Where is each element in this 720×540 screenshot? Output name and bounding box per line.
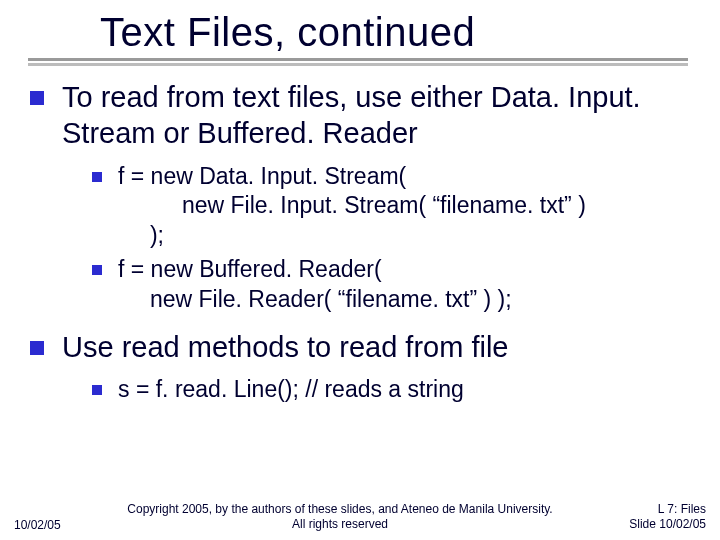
bullet-level1: Use read methods to read from file	[30, 329, 690, 365]
bullet-level2: s = f. read. Line(); // reads a string	[92, 375, 690, 405]
bullet-level2: f = new Data. Input. Stream( new File. I…	[92, 162, 690, 252]
title-area: Text Files, continued	[0, 0, 720, 61]
footer-lecture-label: L 7: Files	[556, 502, 706, 517]
square-bullet-icon	[92, 172, 102, 182]
square-bullet-icon	[92, 265, 102, 275]
bullet-text: f = new Buffered. Reader( new File. Read…	[118, 255, 512, 315]
bullet-text: s = f. read. Line(); // reads a string	[118, 375, 464, 405]
bullet-text: f = new Data. Input. Stream( new File. I…	[118, 162, 586, 252]
footer: 10/02/05 Copyright 2005, by the authors …	[0, 502, 720, 532]
bullet-text: Use read methods to read from file	[62, 329, 508, 365]
footer-slide-label: Slide 10/02/05	[556, 517, 706, 532]
slide-title: Text Files, continued	[100, 10, 720, 55]
square-bullet-icon	[30, 91, 44, 105]
title-underline	[28, 58, 688, 61]
footer-copyright: Copyright 2005, by the authors of these …	[124, 502, 556, 532]
bullet-text: To read from text files, use either Data…	[62, 79, 690, 152]
footer-date: 10/02/05	[0, 518, 124, 532]
sub-bullet-group: f = new Data. Input. Stream( new File. I…	[92, 162, 690, 315]
bullet-level1: To read from text files, use either Data…	[30, 79, 690, 152]
square-bullet-icon	[30, 341, 44, 355]
sub-bullet-group: s = f. read. Line(); // reads a string	[92, 375, 690, 405]
slide-body: To read from text files, use either Data…	[0, 61, 720, 405]
bullet-level2: f = new Buffered. Reader( new File. Read…	[92, 255, 690, 315]
footer-slide-info: L 7: Files Slide 10/02/05	[556, 502, 720, 532]
square-bullet-icon	[92, 385, 102, 395]
